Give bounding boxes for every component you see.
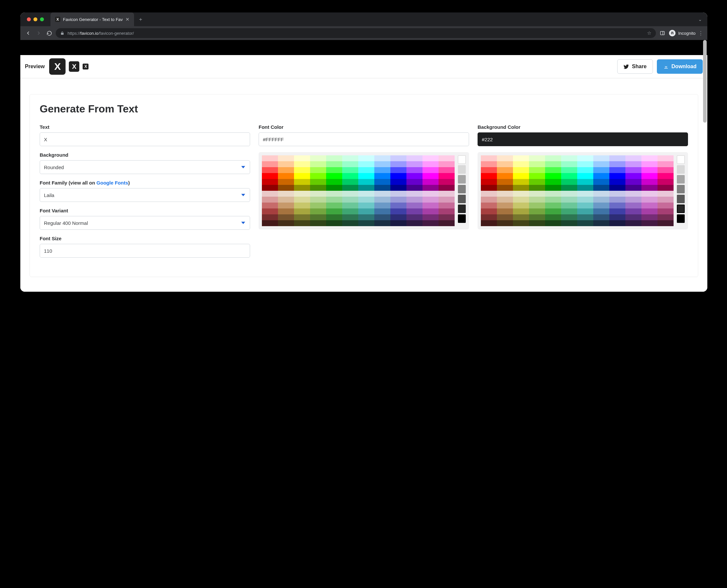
color-swatch[interactable] — [342, 173, 358, 179]
color-swatch[interactable] — [390, 191, 399, 197]
color-swatch[interactable] — [358, 179, 374, 185]
color-swatch[interactable] — [262, 220, 278, 226]
color-swatch[interactable] — [294, 155, 310, 161]
color-swatch[interactable] — [294, 173, 310, 179]
color-swatch[interactable] — [326, 161, 342, 167]
color-swatch[interactable] — [326, 173, 342, 179]
color-swatch[interactable] — [374, 185, 390, 191]
color-swatch[interactable] — [262, 197, 278, 203]
color-swatch[interactable] — [342, 220, 358, 226]
color-swatch[interactable] — [390, 179, 399, 185]
color-swatch[interactable] — [326, 203, 342, 208]
color-swatch[interactable] — [310, 173, 326, 179]
window-zoom-button[interactable] — [40, 17, 44, 21]
color-swatch[interactable] — [262, 179, 278, 185]
color-swatch[interactable] — [262, 161, 278, 167]
fontvariant-select[interactable]: Regular 400 Normal — [40, 216, 250, 230]
color-swatch[interactable] — [374, 208, 390, 214]
color-swatch[interactable] — [326, 179, 342, 185]
color-swatch[interactable] — [278, 208, 294, 214]
color-swatch[interactable] — [342, 167, 358, 173]
color-swatch[interactable] — [310, 185, 326, 191]
color-swatch[interactable] — [262, 214, 278, 220]
color-swatch[interactable] — [358, 220, 374, 226]
fontcolor-input[interactable] — [258, 132, 399, 146]
color-swatch[interactable] — [390, 197, 399, 203]
color-swatch[interactable] — [342, 185, 358, 191]
color-swatch[interactable] — [374, 197, 390, 203]
color-swatch[interactable] — [262, 203, 278, 208]
color-swatch[interactable] — [390, 167, 399, 173]
color-swatch[interactable] — [310, 208, 326, 214]
color-swatch[interactable] — [342, 161, 358, 167]
color-swatch[interactable] — [278, 203, 294, 208]
back-button[interactable] — [24, 29, 32, 37]
color-swatch[interactable] — [374, 167, 390, 173]
fontsize-input[interactable] — [40, 244, 250, 258]
text-input[interactable] — [40, 132, 250, 146]
color-swatch[interactable] — [294, 161, 310, 167]
forward-button[interactable] — [35, 29, 43, 37]
background-select[interactable]: Rounded — [40, 160, 250, 174]
color-swatch[interactable] — [358, 191, 374, 197]
color-swatch[interactable] — [374, 191, 390, 197]
color-swatch[interactable] — [278, 161, 294, 167]
color-swatch[interactable] — [390, 185, 399, 191]
color-swatch[interactable] — [390, 220, 399, 226]
color-swatch[interactable] — [390, 155, 399, 161]
omnibox[interactable]: https://favicon.io/favicon-generator/ ☆ — [56, 28, 399, 38]
color-swatch[interactable] — [342, 155, 358, 161]
color-swatch[interactable] — [294, 167, 310, 173]
color-swatch[interactable] — [294, 208, 310, 214]
reload-button[interactable] — [45, 29, 53, 37]
color-swatch[interactable] — [278, 214, 294, 220]
color-swatch[interactable] — [326, 155, 342, 161]
color-swatch[interactable] — [342, 197, 358, 203]
color-swatch[interactable] — [342, 191, 358, 197]
color-swatch[interactable] — [310, 220, 326, 226]
color-swatch[interactable] — [294, 214, 310, 220]
color-swatch[interactable] — [358, 155, 374, 161]
color-swatch[interactable] — [294, 179, 310, 185]
color-swatch[interactable] — [374, 220, 390, 226]
color-swatch[interactable] — [294, 203, 310, 208]
color-swatch[interactable] — [262, 155, 278, 161]
color-swatch[interactable] — [294, 185, 310, 191]
color-swatch[interactable] — [326, 208, 342, 214]
window-close-button[interactable] — [27, 17, 31, 21]
color-swatch[interactable] — [278, 167, 294, 173]
color-swatch[interactable] — [294, 191, 310, 197]
color-swatch[interactable] — [374, 155, 390, 161]
color-swatch[interactable] — [278, 191, 294, 197]
color-swatch[interactable] — [358, 208, 374, 214]
color-swatch[interactable] — [358, 167, 374, 173]
color-swatch[interactable] — [278, 220, 294, 226]
color-swatch[interactable] — [310, 203, 326, 208]
color-swatch[interactable] — [326, 220, 342, 226]
color-swatch[interactable] — [326, 185, 342, 191]
color-swatch[interactable] — [358, 203, 374, 208]
fontfamily-select[interactable]: Laila — [40, 188, 250, 202]
color-swatch[interactable] — [278, 173, 294, 179]
color-swatch[interactable] — [374, 214, 390, 220]
color-swatch[interactable] — [342, 208, 358, 214]
color-swatch[interactable] — [358, 173, 374, 179]
color-swatch[interactable] — [278, 179, 294, 185]
color-swatch[interactable] — [342, 203, 358, 208]
color-swatch[interactable] — [294, 197, 310, 203]
color-swatch[interactable] — [358, 214, 374, 220]
color-swatch[interactable] — [310, 155, 326, 161]
window-minimize-button[interactable] — [34, 17, 37, 21]
color-swatch[interactable] — [390, 208, 399, 214]
color-swatch[interactable] — [262, 173, 278, 179]
browser-tab[interactable]: X Favicon Generator - Text to Fav ✕ — [50, 13, 134, 26]
color-swatch[interactable] — [390, 203, 399, 208]
color-swatch[interactable] — [294, 220, 310, 226]
color-swatch[interactable] — [278, 155, 294, 161]
color-swatch[interactable] — [310, 197, 326, 203]
color-swatch[interactable] — [262, 191, 278, 197]
color-swatch[interactable] — [278, 185, 294, 191]
color-swatch[interactable] — [326, 191, 342, 197]
color-swatch[interactable] — [278, 197, 294, 203]
color-swatch[interactable] — [326, 214, 342, 220]
